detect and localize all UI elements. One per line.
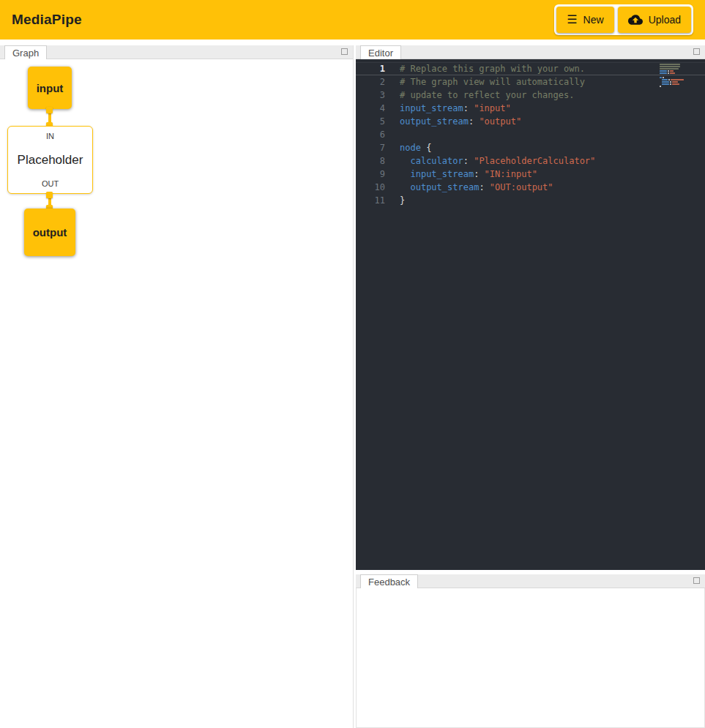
- minimap[interactable]: [660, 64, 689, 88]
- edge-connector-dot: [46, 192, 53, 198]
- placeholder-node-label: Placeholder: [18, 153, 83, 168]
- editor-panel: Editor 1# Replace this graph with your o…: [356, 45, 705, 570]
- new-button-label: New: [583, 14, 604, 26]
- code-line: 6: [356, 128, 705, 141]
- tab-feedback[interactable]: Feedback: [360, 574, 418, 588]
- code-line: 4input_stream: "input": [356, 102, 705, 115]
- code-line: 10 output_stream: "OUT:output": [356, 181, 705, 194]
- app-title: MediaPipe: [12, 12, 82, 28]
- tab-graph[interactable]: Graph: [4, 45, 47, 59]
- code-lines: 1# Replace this graph with your own.2# T…: [356, 62, 705, 207]
- graph-node-output[interactable]: output: [24, 209, 75, 256]
- code-line: 7node {: [356, 141, 705, 154]
- new-button[interactable]: ☰ New: [556, 7, 613, 33]
- output-port-label: OUT: [42, 179, 59, 188]
- maximize-icon[interactable]: [693, 48, 700, 55]
- upload-button-label: Upload: [649, 14, 681, 26]
- feedback-content: [356, 588, 705, 728]
- code-line: 11}: [356, 194, 705, 207]
- code-line: 9 input_stream: "IN:input": [356, 168, 705, 181]
- editor-panel-tabstrip: Editor: [356, 45, 705, 59]
- graph-panel-tabstrip: Graph: [0, 45, 353, 59]
- edge-connector-dot: [46, 107, 53, 113]
- feedback-panel: Feedback: [356, 574, 705, 728]
- graph-panel: Graph input IN Placeholder OUT output: [0, 45, 354, 728]
- code-line: 3# update to reflect your changes.: [356, 89, 705, 102]
- upload-button[interactable]: Upload: [618, 7, 691, 33]
- app-header: MediaPipe ☰ New Upload: [0, 0, 705, 40]
- code-line: 1# Replace this graph with your own.: [356, 62, 705, 75]
- maximize-icon[interactable]: [341, 48, 348, 55]
- cloud-upload-icon: [628, 12, 643, 27]
- code-line: 8 calculator: "PlaceholderCalculator": [356, 154, 705, 168]
- maximize-icon[interactable]: [693, 577, 700, 584]
- input-port-label: IN: [46, 132, 54, 140]
- code-line: 2# The graph view will automatically: [356, 75, 705, 89]
- menu-icon: ☰: [567, 14, 577, 26]
- header-actions: ☰ New Upload: [554, 4, 693, 35]
- graph-canvas[interactable]: input IN Placeholder OUT output: [0, 59, 353, 727]
- feedback-panel-tabstrip: Feedback: [356, 574, 705, 588]
- graph-node-placeholder[interactable]: IN Placeholder OUT: [7, 126, 93, 194]
- code-editor[interactable]: 1# Replace this graph with your own.2# T…: [356, 59, 705, 570]
- code-line: 5output_stream: "output": [356, 115, 705, 128]
- tab-editor[interactable]: Editor: [360, 45, 401, 59]
- graph-node-input[interactable]: input: [28, 67, 72, 109]
